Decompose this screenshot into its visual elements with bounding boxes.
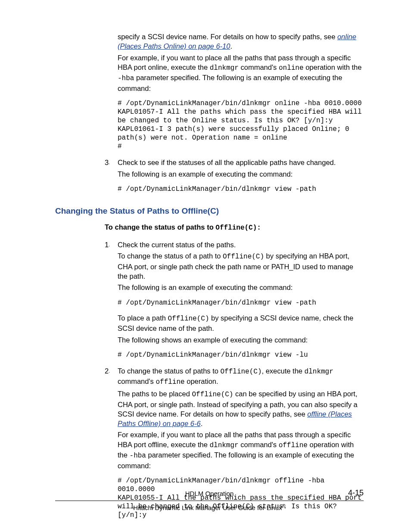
paragraph: For example, if you want to place all th… — [118, 53, 364, 93]
code-inline: Offline(C) — [221, 368, 262, 376]
code-inline: offline — [156, 378, 184, 386]
text: To change the status of paths to — [105, 223, 215, 231]
paragraph: For example, if you want to place all th… — [118, 430, 364, 470]
list-item: 3. Check to see if the statuses of all t… — [105, 158, 364, 193]
code-inline: online — [279, 64, 304, 72]
text: , execute the — [262, 367, 305, 375]
ordered-list-offline: 1. Check the current status of the paths… — [105, 240, 364, 520]
list-marker: 2. — [105, 366, 110, 376]
page: specify a SCSI device name. For details … — [0, 0, 411, 532]
code-block: # /opt/DynamicLinkManager/bin/dlnkmgr vi… — [118, 299, 364, 307]
code-inline: Offline(C) — [223, 253, 264, 261]
code-inline: offline — [279, 442, 308, 449]
code-inline: dlnkmgr — [209, 442, 238, 449]
footer-section: HDLM Operation — [55, 489, 364, 498]
text: To place a path — [118, 314, 168, 322]
section-intro: To change the status of paths to Offline… — [105, 222, 364, 233]
text: Hitachi Dynamic Link Manager User Guide … — [133, 504, 282, 511]
paragraph: The paths to be placed Offline(C) can be… — [118, 389, 364, 428]
text: . — [201, 420, 203, 427]
list-marker: 3. — [105, 158, 110, 167]
code-inline: Offline(C) — [168, 315, 209, 323]
code-block: # /opt/DynamicLinkManager/bin/dlnkmgr vi… — [118, 185, 364, 193]
paragraph: To change the status of a path to Offlin… — [118, 251, 364, 281]
text: To change the status of paths to — [118, 367, 221, 375]
code-block: # /opt/DynamicLinkManager/bin/dlnkmgr on… — [118, 99, 364, 151]
page-number: 4-15 — [348, 488, 364, 498]
paragraph: To change the status of paths to Offline… — [118, 366, 364, 387]
text: The following is an example of executing… — [118, 283, 364, 292]
text: The following is an example of executing… — [118, 169, 364, 179]
text: specify a SCSI device name. For details … — [118, 33, 337, 40]
paragraph: To place a path Offline(C) by specifying… — [118, 313, 364, 333]
continuation-block: specify a SCSI device name. For details … — [118, 32, 364, 151]
text: The paths to be placed — [118, 390, 192, 398]
text: command's — [239, 63, 279, 71]
code-block: # /opt/DynamicLinkManager/bin/dlnkmgr vi… — [118, 351, 364, 359]
text: Check to see if the statuses of all the … — [118, 158, 364, 167]
code-inline: dlnkmgr — [210, 64, 239, 72]
paragraph: specify a SCSI device name. For details … — [118, 32, 364, 51]
code-inline: Offline(C): — [215, 224, 261, 232]
footer-book: Hitachi Dynamic Link Manager User Guide … — [55, 503, 364, 512]
code-inline: -hba — [118, 75, 134, 82]
list-marker: 1. — [105, 240, 110, 249]
text: command's — [118, 377, 156, 385]
section-heading: Changing the Status of Paths to Offline(… — [55, 205, 364, 217]
text: To change the status of a path to — [118, 252, 223, 260]
list-item: 1. Check the current status of the paths… — [105, 240, 364, 359]
text: The following shows an example of execut… — [118, 335, 364, 345]
text: operation. — [185, 377, 218, 385]
page-footer: 4-15 HDLM Operation Hitachi Dynamic Link… — [55, 489, 364, 513]
code-inline: -hba — [130, 452, 146, 460]
text: command's — [239, 441, 279, 448]
text: . — [230, 42, 232, 50]
text: parameter specified. The following is an… — [118, 451, 354, 470]
code-inline: Offline(C) — [192, 391, 233, 398]
registered-icon: ® — [282, 503, 286, 508]
footer-rule — [55, 501, 364, 501]
text: Check the current status of the paths. — [118, 240, 364, 249]
ordered-list: 3. Check to see if the statuses of all t… — [105, 158, 364, 193]
text: parameter specified. The following is an… — [118, 74, 342, 92]
code-inline: dlnkmgr — [305, 368, 333, 376]
text: operation with the — [304, 63, 362, 71]
